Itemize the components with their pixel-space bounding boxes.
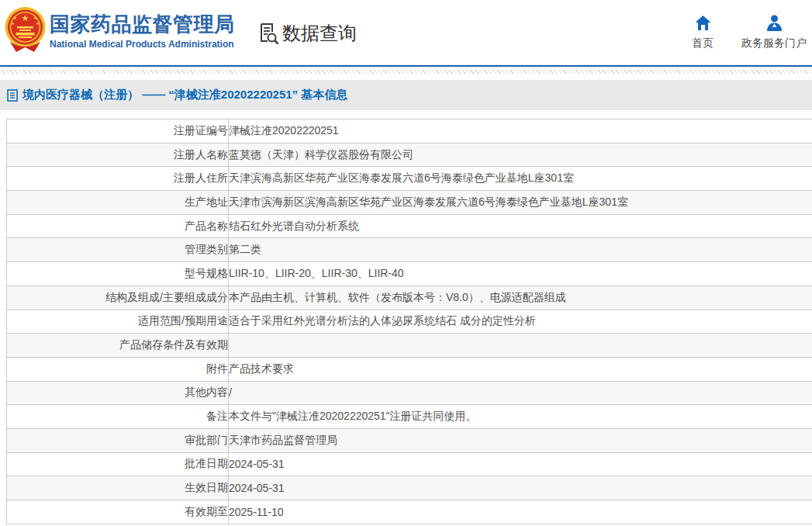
row-label: 型号规格 bbox=[7, 262, 229, 286]
row-label: 管理类别 bbox=[7, 238, 229, 262]
header-divider-line bbox=[0, 65, 812, 67]
table-row: 审批部门 天津市药品监督管理局 bbox=[7, 428, 812, 452]
national-emblem-icon: ★ ★ ★ ★ ★ bbox=[4, 6, 47, 54]
row-label: 适用范围/预期用途 bbox=[7, 310, 229, 334]
table-row: 附件 产品技术要求 bbox=[7, 357, 812, 381]
row-value: 蓝莫德（天津）科学仪器股份有限公司 bbox=[229, 143, 812, 167]
document-icon bbox=[7, 89, 18, 102]
row-label: 备注 bbox=[7, 405, 229, 429]
user-icon bbox=[765, 15, 783, 31]
svg-text:★: ★ bbox=[11, 21, 15, 26]
national-emblem-logo[interactable]: ★ ★ ★ ★ ★ bbox=[4, 6, 47, 54]
row-value: 适合于采用红外光谱分析法的人体泌尿系统结石 成分的定性分析 bbox=[229, 310, 812, 334]
row-value bbox=[229, 334, 812, 358]
table-row: 其他内容 / bbox=[7, 381, 812, 405]
row-label: 产品储存条件及有效期 bbox=[7, 334, 229, 358]
table-row: 结构及组成/主要组成成分 本产品由主机、计算机、软件（发布版本号：V8.0）、电… bbox=[7, 285, 812, 310]
row-value: 天津市滨海新区滨海高新区华苑产业区海泰发展六道6号海泰绿色产业基地L座301室 bbox=[229, 191, 812, 215]
row-value: 本产品由主机、计算机、软件（发布版本号：V8.0）、电源适配器组成 bbox=[229, 285, 812, 310]
agency-subtitle: National Medical Products Administration bbox=[50, 39, 235, 50]
row-label: 审批部门 bbox=[7, 428, 229, 452]
table-row: 适用范围/预期用途 适合于采用红外光谱分析法的人体泌尿系统结石 成分的定性分析 bbox=[7, 310, 812, 334]
row-label: 结构及组成/主要组成成分 bbox=[7, 285, 229, 310]
nav-home[interactable]: 首页 bbox=[686, 15, 720, 50]
data-query-label: 数据查询 bbox=[282, 21, 357, 46]
row-label: 其他内容 bbox=[7, 381, 229, 405]
table-row: 型号规格 LIIR-10、LIIR-20、LIIR-30、LIIR-40 bbox=[7, 262, 812, 286]
table-row: 产品名称 结石红外光谱自动分析系统 bbox=[7, 214, 812, 238]
table-row: 产品储存条件及有效期 bbox=[7, 334, 812, 358]
table-row: 备注 本文件与"津械注准20202220251"注册证共同使用。 bbox=[7, 405, 812, 429]
registration-info-table: 注册证编号 津械注准20202220251 注册人名称 蓝莫德（天津）科学仪器股… bbox=[6, 119, 812, 524]
info-table-body: 注册证编号 津械注准20202220251 注册人名称 蓝莫德（天津）科学仪器股… bbox=[7, 119, 812, 524]
row-value: 津械注准20202220251 bbox=[229, 119, 812, 144]
data-query-nav[interactable]: 数据查询 bbox=[258, 21, 357, 46]
row-value: 2025-11-10 bbox=[229, 500, 812, 524]
row-value: / bbox=[229, 381, 812, 405]
nav-portal-label: 政务服务门户 bbox=[739, 36, 809, 50]
row-value: 产品技术要求 bbox=[229, 357, 812, 381]
table-row: 管理类别 第二类 bbox=[7, 238, 812, 262]
document-search-icon bbox=[258, 22, 280, 45]
table-row: 生效日期 2024-05-31 bbox=[7, 476, 812, 500]
row-value: 第二类 bbox=[229, 238, 812, 262]
table-row: 注册人住所 天津滨海高新区华苑产业区海泰发展六道6号海泰绿色产业基地L座301室 bbox=[7, 167, 812, 191]
row-label: 生产地址 bbox=[7, 191, 229, 215]
row-value: 结石红外光谱自动分析系统 bbox=[229, 214, 812, 238]
svg-text:★: ★ bbox=[13, 16, 17, 20]
row-value: LIIR-10、LIIR-20、LIIR-30、LIIR-40 bbox=[229, 262, 812, 286]
row-label: 生效日期 bbox=[7, 476, 229, 500]
svg-text:★: ★ bbox=[33, 16, 37, 20]
table-row: 批准日期 2024-05-31 bbox=[7, 452, 812, 476]
agency-title-block[interactable]: 国家药品监督管理局 National Medical Products Admi… bbox=[50, 12, 235, 50]
svg-text:★: ★ bbox=[36, 21, 40, 26]
row-label: 有效期至 bbox=[7, 500, 229, 524]
table-row: 有效期至 2025-11-10 bbox=[7, 500, 812, 524]
row-label: 注册人住所 bbox=[7, 167, 229, 191]
nav-home-label: 首页 bbox=[686, 36, 720, 50]
agency-title: 国家药品监督管理局 bbox=[50, 12, 235, 36]
row-label: 注册证编号 bbox=[7, 119, 229, 144]
table-row: 注册证编号 津械注准20202220251 bbox=[7, 119, 812, 144]
row-value: 2024-05-31 bbox=[229, 476, 812, 500]
table-row: 生产地址 天津市滨海新区滨海高新区华苑产业区海泰发展六道6号海泰绿色产业基地L座… bbox=[7, 191, 812, 215]
table-row: 注册人名称 蓝莫德（天津）科学仪器股份有限公司 bbox=[7, 143, 812, 167]
nav-portal[interactable]: 政务服务门户 bbox=[739, 15, 809, 50]
svg-text:★: ★ bbox=[22, 13, 29, 22]
hatch-stripe-band bbox=[0, 70, 812, 74]
home-icon bbox=[694, 15, 712, 31]
row-label: 批准日期 bbox=[7, 452, 229, 476]
breadcrumb-band: 境内医疗器械（注册） —— “津械注准20202220251” 基本信息 bbox=[0, 80, 812, 110]
site-header: ★ ★ ★ ★ ★ 国家药品监督管理局 National Medical Pro… bbox=[0, 0, 812, 65]
row-value: 本文件与"津械注准20202220251"注册证共同使用。 bbox=[229, 405, 812, 429]
page: ★ ★ ★ ★ ★ 国家药品监督管理局 National Medical Pro… bbox=[0, 0, 812, 526]
row-label: 产品名称 bbox=[7, 214, 229, 238]
row-value: 天津滨海高新区华苑产业区海泰发展六道6号海泰绿色产业基地L座301室 bbox=[229, 167, 812, 191]
breadcrumb: 境内医疗器械（注册） —— “津械注准20202220251” 基本信息 bbox=[22, 88, 347, 102]
row-value: 天津市药品监督管理局 bbox=[229, 428, 812, 452]
row-label: 注册人名称 bbox=[7, 143, 229, 167]
row-value: 2024-05-31 bbox=[229, 452, 812, 476]
row-label: 附件 bbox=[7, 357, 229, 381]
